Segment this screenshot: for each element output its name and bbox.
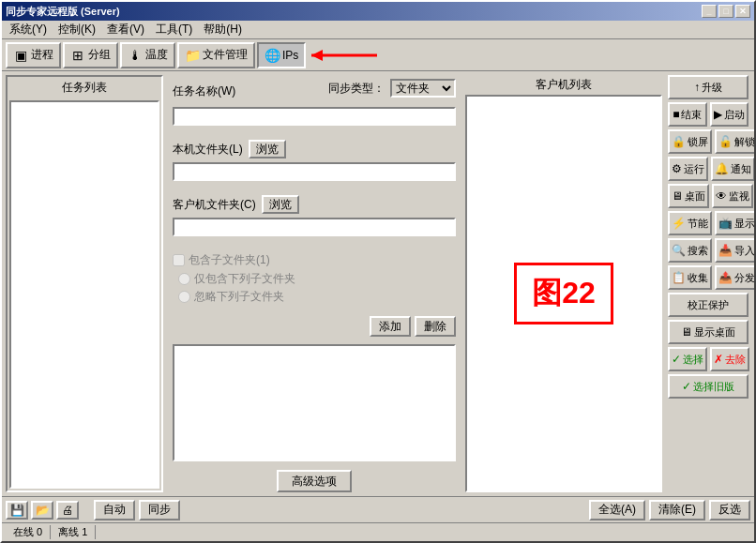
toolbar-process[interactable]: ▣ 进程 <box>6 42 61 68</box>
task-name-section: 任务名称(W) 同步类型： 文件夹 <box>167 75 461 137</box>
distribute-btn[interactable]: 📤 分发 <box>715 265 756 290</box>
menu-control[interactable]: 控制(K) <box>53 20 101 39</box>
toolbar: ▣ 进程 ⊞ 分组 🌡 温度 📁 文件管理 🌐 IPs <box>2 39 754 71</box>
maximize-button[interactable]: □ <box>718 5 733 18</box>
list-area[interactable] <box>173 344 456 461</box>
delete-btn[interactable]: 删除 <box>415 316 456 337</box>
import-btn[interactable]: 📥 导入 <box>715 238 756 263</box>
ips-icon: 🌐 <box>265 48 280 63</box>
power-btn[interactable]: ⚡ 节能 <box>668 211 712 235</box>
local-browse-btn[interactable]: 浏览 <box>249 140 286 158</box>
notify-icon: 🔔 <box>715 162 729 175</box>
start-label: 启动 <box>724 108 745 122</box>
select-btn[interactable]: ✓ 选择 <box>668 347 707 371</box>
menu-tools[interactable]: 工具(T) <box>150 20 198 39</box>
content-area: 任务列表 任务名称(W) 同步类型： 文件夹 <box>2 71 754 496</box>
client-folder-input[interactable] <box>173 218 456 236</box>
show-desktop-btn[interactable]: 🖥 显示桌面 <box>668 320 748 344</box>
power-display-row: ⚡ 节能 📺 显示 <box>668 211 748 235</box>
display-icon: 📺 <box>718 217 733 230</box>
power-icon: ⚡ <box>672 217 686 230</box>
start-btn[interactable]: ▶ 启动 <box>710 102 749 127</box>
select-all-btn[interactable]: 全选(A) <box>589 500 645 520</box>
status-bar: 在线 0 离线 1 <box>2 522 754 541</box>
print-icon-btn[interactable]: 🖨 <box>56 501 79 520</box>
task-name-input[interactable] <box>173 107 456 126</box>
filemanager-icon: 📁 <box>185 48 200 63</box>
window-title: 同步专家远程版 (Server) <box>6 5 120 19</box>
upgrade-icon: ↑ <box>694 81 700 94</box>
minimize-button[interactable]: _ <box>702 5 717 18</box>
desktop-btn[interactable]: 🖥 桌面 <box>668 184 709 208</box>
upgrade-btn[interactable]: ↑ 升级 <box>668 75 748 99</box>
import-label: 导入 <box>734 244 755 258</box>
client-folder-row: 客户机文件夹(C) 浏览 <box>173 195 456 214</box>
notify-btn[interactable]: 🔔 通知 <box>711 157 755 181</box>
online-label: 在线 <box>13 526 34 537</box>
select-old-btn[interactable]: ✓ 选择旧版 <box>668 374 748 399</box>
online-value: 0 <box>37 526 42 537</box>
reverse-btn[interactable]: 反选 <box>709 500 750 520</box>
calibrate-protect-btn[interactable]: 校正保护 <box>668 293 748 317</box>
desktop-monitor-row: 🖥 桌面 👁 监视 <box>668 184 748 208</box>
toolbar-group[interactable]: ⊞ 分组 <box>63 42 118 68</box>
select-remove-row: ✓ 选择 ✗ 去除 <box>668 347 748 371</box>
sync-type-select[interactable]: 文件夹 <box>390 79 456 98</box>
red-arrow-svg <box>302 43 386 68</box>
auto-btn[interactable]: 自动 <box>94 500 135 520</box>
unlock-btn[interactable]: 🔓 解锁 <box>715 129 756 154</box>
run-label: 运行 <box>684 162 704 176</box>
client-list-box[interactable]: 图22 <box>465 95 662 492</box>
unlock-icon: 🔓 <box>718 135 733 148</box>
end-start-row: ■ 结束 ▶ 启动 <box>668 102 748 127</box>
select-old-label: 选择旧版 <box>693 380 734 394</box>
client-list-header: 客户机列表 <box>465 75 662 95</box>
toolbar-temperature-label: 温度 <box>145 47 168 63</box>
run-btn[interactable]: ⚙ 运行 <box>668 157 708 181</box>
menu-system[interactable]: 系统(Y) <box>4 20 53 39</box>
remove-icon: ✗ <box>714 353 723 366</box>
svg-marker-1 <box>311 50 323 61</box>
desktop-label: 桌面 <box>685 189 705 204</box>
search-label: 搜索 <box>688 244 708 258</box>
close-button[interactable]: ✕ <box>735 5 750 18</box>
menu-help[interactable]: 帮助(H) <box>198 20 248 39</box>
only-subfolders-radio[interactable] <box>178 273 190 285</box>
include-subfolders-checkbox[interactable] <box>173 254 185 266</box>
auto-sync-btns: 自动 同步 <box>94 500 180 520</box>
client-browse-btn[interactable]: 浏览 <box>262 195 299 214</box>
end-btn[interactable]: ■ 结束 <box>668 102 707 127</box>
only-subfolders-row: 仅包含下列子文件夹 <box>173 271 456 287</box>
end-label: 结束 <box>681 108 702 122</box>
monitor-btn[interactable]: 👁 监视 <box>712 184 753 208</box>
remove-btn[interactable]: ✗ 去除 <box>710 347 749 371</box>
local-folder-input[interactable] <box>173 162 456 181</box>
lock-label: 锁屏 <box>688 135 708 149</box>
run-icon: ⚙ <box>672 162 682 175</box>
menu-view[interactable]: 查看(V) <box>101 20 150 39</box>
toolbar-temperature[interactable]: 🌡 温度 <box>120 42 175 68</box>
ignore-subfolders-row: 忽略下列子文件夹 <box>173 289 456 305</box>
process-icon: ▣ <box>13 48 28 63</box>
options-section: 包含子文件夹(1) 仅包含下列子文件夹 忽略下列子文件夹 <box>167 249 461 310</box>
advanced-btn[interactable]: 高级选项 <box>277 470 352 492</box>
add-btn[interactable]: 添加 <box>370 316 411 337</box>
display-btn[interactable]: 📺 显示 <box>715 211 756 235</box>
collect-btn[interactable]: 📋 收集 <box>668 265 712 290</box>
sync-btn[interactable]: 同步 <box>139 500 180 520</box>
toolbar-ips-label: IPs <box>282 49 298 62</box>
select-old-icon: ✓ <box>682 380 691 393</box>
offline-value: 1 <box>82 526 87 537</box>
task-list-box[interactable] <box>9 100 159 489</box>
open-icon-btn[interactable]: 📂 <box>31 501 53 520</box>
clear-btn[interactable]: 清除(E) <box>649 500 705 520</box>
search-btn[interactable]: 🔍 搜索 <box>668 238 712 263</box>
temperature-icon: 🌡 <box>128 48 143 63</box>
side-buttons-panel: ↑ 升级 ■ 结束 ▶ 启动 🔒 锁屏 <box>666 75 750 492</box>
toolbar-ips[interactable]: 🌐 IPs <box>257 42 306 68</box>
offline-status: 离线 1 <box>51 525 96 539</box>
toolbar-filemanager[interactable]: 📁 文件管理 <box>177 42 255 68</box>
save-icon-btn[interactable]: 💾 <box>6 501 28 520</box>
lock-btn[interactable]: 🔒 锁屏 <box>668 129 712 154</box>
ignore-subfolders-radio[interactable] <box>178 291 190 303</box>
